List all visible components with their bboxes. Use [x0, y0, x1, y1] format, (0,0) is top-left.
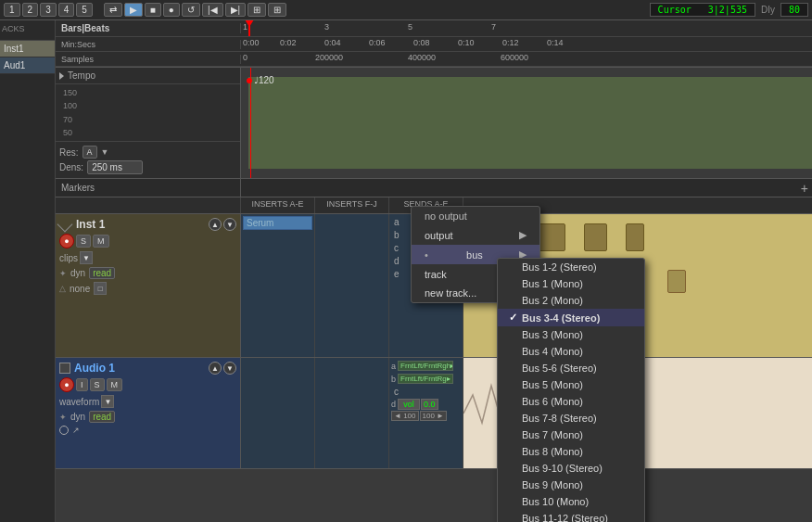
- tempo-y-70: 70: [63, 115, 233, 124]
- tempo-expand-icon[interactable]: [59, 72, 64, 80]
- bus-7-mono[interactable]: Bus 7 (Mono): [498, 427, 644, 443]
- bus-3-mono-label: Bus 3 (Mono): [522, 329, 583, 340]
- inst-name-row: Inst 1 ▲ ▼: [59, 218, 236, 231]
- menu-output[interactable]: output ▶: [412, 225, 539, 245]
- time-14: 0:14: [547, 38, 564, 47]
- inst-clip-3[interactable]: [584, 223, 607, 251]
- bus-10-mono[interactable]: Bus 10 (Mono): [498, 493, 644, 510]
- sidebar-item-aud1[interactable]: Aud1: [0, 57, 55, 74]
- bus-8-mono[interactable]: Bus 8 (Mono): [498, 443, 644, 460]
- audio-send-a-dest[interactable]: FrntLft/FrntRgh▸: [398, 361, 453, 371]
- inst-none-btn[interactable]: □: [94, 282, 107, 295]
- bus-4-mono-check: [509, 346, 522, 357]
- bus-5-6[interactable]: Bus 5-6 (Stereo): [498, 360, 644, 376]
- bus-2-mono[interactable]: Bus 2 (Mono): [498, 292, 644, 309]
- inst-clips-expand[interactable]: ▼: [80, 251, 93, 264]
- audio-send-b-dest[interactable]: FrntLft/FrntRg▸: [398, 374, 453, 384]
- play-btn[interactable]: ▶: [124, 3, 143, 17]
- tempo-left: Tempo 150 100 70 50 Res: A ▼ Dens:: [56, 68, 241, 178]
- skip-end-btn[interactable]: ▶|: [225, 3, 247, 17]
- tab-2[interactable]: 2: [22, 3, 39, 17]
- audio-arrow-up[interactable]: ▲: [209, 362, 222, 375]
- bus-1-2[interactable]: Bus 1-2 (Stereo): [498, 259, 644, 275]
- inst-expand-icon[interactable]: [57, 217, 73, 233]
- audio-vol-value[interactable]: 0.0: [421, 399, 438, 410]
- audio-input-btn[interactable]: I: [76, 378, 88, 391]
- bus-1-mono[interactable]: Bus 1 (Mono): [498, 275, 644, 292]
- inst-clip-4[interactable]: [626, 223, 644, 251]
- samples-label: Samples: [56, 55, 241, 64]
- audio-arrow-down[interactable]: ▼: [223, 362, 236, 375]
- audio-vol-row: d vol 0.0: [391, 399, 461, 410]
- audio-mute-btn[interactable]: M: [107, 378, 123, 391]
- stop-btn[interactable]: ■: [145, 3, 161, 17]
- audio-dyn-label: dyn: [70, 412, 85, 422]
- tab-4[interactable]: 4: [58, 3, 75, 17]
- tab-5[interactable]: 5: [76, 3, 93, 17]
- sample-0: 0: [243, 53, 247, 62]
- tracks-header: ACKS: [0, 20, 55, 41]
- bus-4-mono[interactable]: Bus 4 (Mono): [498, 343, 644, 360]
- grid-btn[interactable]: ⊞: [247, 3, 266, 17]
- bus-5-mono-label: Bus 5 (Mono): [522, 379, 583, 390]
- res-btn[interactable]: A: [82, 146, 97, 159]
- inst-none-label: none: [70, 284, 90, 294]
- time-0: 0:00: [243, 38, 260, 47]
- bus-1-mono-check: [509, 278, 522, 289]
- inst-none-row: △ none □: [59, 282, 236, 295]
- bus-11-12[interactable]: Bus 11-12 (Stereo): [498, 510, 644, 522]
- markers-label: Markers: [56, 179, 241, 197]
- audio-send-b-label: b: [391, 375, 396, 384]
- bus-9-10-check: [509, 463, 522, 474]
- bus-9-mono-check: [509, 479, 522, 490]
- audio-send-a-label: a: [391, 362, 396, 371]
- markers-add-btn[interactable]: +: [801, 181, 808, 196]
- tempo-playhead: [250, 68, 251, 178]
- transport-btn[interactable]: ⇄: [104, 3, 122, 17]
- no-output-label: no output: [425, 210, 467, 222]
- tempo-value: ♩120: [254, 75, 274, 85]
- audio-send-a-row: a FrntLft/FrntRgh▸: [391, 360, 461, 372]
- inst-read-btn[interactable]: read: [89, 267, 115, 279]
- bus-6-mono[interactable]: Bus 6 (Mono): [498, 393, 644, 410]
- bus-2-mono-check: [509, 295, 522, 306]
- tab-1[interactable]: 1: [4, 3, 20, 17]
- loop-btn[interactable]: ↺: [182, 3, 200, 17]
- inst-clip-2[interactable]: [538, 223, 565, 251]
- audio-read-btn[interactable]: read: [89, 411, 115, 423]
- bus-7-8-check: [509, 413, 522, 424]
- audio-solo-btn[interactable]: S: [90, 378, 105, 391]
- inst-arrow-down[interactable]: ▼: [223, 218, 236, 231]
- record-btn[interactable]: ●: [163, 3, 180, 17]
- audio-record-btn[interactable]: ●: [59, 377, 74, 392]
- timeline-header: Bars|Beats 1 3 5 7 Min:Secs 0:00 0:02: [56, 20, 812, 68]
- menu-no-output[interactable]: no output: [412, 207, 539, 225]
- bus-9-10[interactable]: Bus 9-10 (Stereo): [498, 460, 644, 477]
- bus-3-mono[interactable]: Bus 3 (Mono): [498, 326, 644, 343]
- inst-mute-btn[interactable]: M: [93, 235, 109, 248]
- audio-vol-left[interactable]: ◄ 100: [391, 411, 419, 421]
- col-inserts-f-header: INSERTS F-J: [315, 197, 389, 213]
- inst-solo-btn[interactable]: S: [76, 235, 91, 248]
- inst-record-btn[interactable]: ●: [59, 234, 74, 248]
- inst-clip-5[interactable]: [667, 270, 686, 293]
- bus-9-mono[interactable]: Bus 9 (Mono): [498, 477, 644, 493]
- bus-7-8[interactable]: Bus 7-8 (Stereo): [498, 410, 644, 427]
- tempo-point-icon[interactable]: [247, 78, 252, 83]
- audio-label: ↗: [72, 426, 80, 435]
- tempo-y-axis: 150 100 70 50: [56, 84, 240, 141]
- bus-3-4[interactable]: ✓ Bus 3-4 (Stereo): [498, 309, 644, 326]
- audio-rsm-row: ● I S M: [59, 377, 236, 392]
- audio-track-controls: ▲ ▼: [209, 362, 236, 375]
- audio-vol-right[interactable]: 100 ►: [420, 411, 448, 421]
- bus-5-mono[interactable]: Bus 5 (Mono): [498, 376, 644, 393]
- audio-expand-icon[interactable]: [59, 363, 70, 374]
- inst-insert-serum[interactable]: Serum: [243, 216, 312, 230]
- dens-input[interactable]: 250 ms: [87, 160, 143, 174]
- inst-arrow-up[interactable]: ▲: [209, 218, 222, 231]
- tab-3[interactable]: 3: [40, 3, 57, 17]
- zoom-btn[interactable]: ⊞: [268, 3, 286, 17]
- sidebar-item-inst1[interactable]: Inst1: [0, 41, 55, 57]
- skip-start-btn[interactable]: |◀: [202, 3, 223, 17]
- audio-waveform-expand[interactable]: ▼: [101, 395, 114, 408]
